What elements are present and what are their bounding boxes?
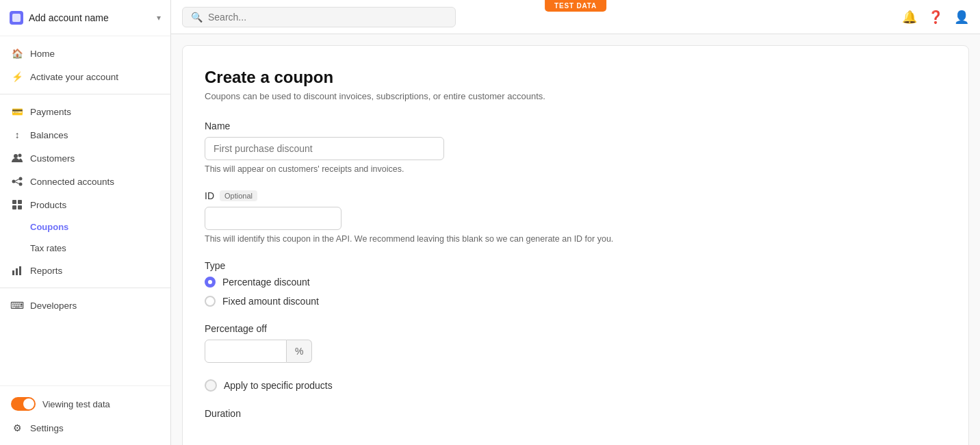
connected-accounts-icon <box>11 175 23 188</box>
svg-point-3 <box>12 180 16 183</box>
percentage-input-wrapper: % <box>205 340 946 363</box>
account-name: Add account name <box>29 12 151 23</box>
sidebar-item-settings-label: Settings <box>30 423 64 433</box>
svg-rect-11 <box>16 268 18 275</box>
sidebar-item-customers[interactable]: Customers <box>0 147 170 170</box>
products-icon <box>11 199 23 211</box>
sidebar-item-activate-label: Activate your account <box>30 72 118 82</box>
svg-rect-0 <box>12 14 21 22</box>
sidebar-item-coupons-label: Coupons <box>30 222 68 232</box>
home-icon: 🏠 <box>11 47 23 60</box>
apply-specific-label: Apply to specific products <box>224 380 333 391</box>
name-hint: This will appear on customers' receipts … <box>205 164 946 174</box>
search-icon: 🔍 <box>191 12 203 23</box>
activate-icon: ⚡ <box>11 71 23 83</box>
content: Create a coupon Coupons can be used to d… <box>171 34 980 445</box>
name-label: Name <box>205 120 946 131</box>
sidebar: Add account name ▾ 🏠 Home ⚡ Activate you… <box>0 0 171 445</box>
svg-rect-12 <box>19 266 21 275</box>
reports-icon <box>11 264 23 277</box>
sidebar-item-customers-label: Customers <box>30 153 75 164</box>
svg-rect-9 <box>18 205 22 209</box>
sidebar-item-products[interactable]: Products <box>0 193 170 216</box>
sidebar-item-tax-rates[interactable]: Tax rates <box>0 238 170 259</box>
sidebar-item-developers[interactable]: ⌨ Developers <box>0 294 170 317</box>
sidebar-item-balances-label: Balances <box>30 130 68 140</box>
type-radio-group: Percentage discount Fixed amount discoun… <box>205 277 946 307</box>
svg-rect-6 <box>12 200 16 204</box>
apply-specific-dot <box>205 379 217 392</box>
apply-specific-checkbox[interactable]: Apply to specific products <box>205 379 946 392</box>
radio-percentage[interactable]: Percentage discount <box>205 277 946 288</box>
type-label: Type <box>205 260 946 271</box>
svg-point-5 <box>19 183 23 186</box>
sidebar-item-reports[interactable]: Reports <box>0 259 170 282</box>
toggle-knob <box>23 398 34 409</box>
main: 🔍 🔔 ❓ 👤 TEST DATA Create a coupon Coupon… <box>171 0 980 445</box>
sidebar-item-developers-label: Developers <box>30 301 77 311</box>
radio-percentage-dot <box>205 277 216 288</box>
viewing-test-data[interactable]: Viewing test data <box>0 392 170 416</box>
svg-point-1 <box>14 154 18 158</box>
radio-percentage-label: Percentage discount <box>222 277 310 288</box>
sidebar-nav: 🏠 Home ⚡ Activate your account 💳 Payment… <box>0 36 170 385</box>
payments-icon: 💳 <box>11 105 23 118</box>
id-label: ID Optional <box>205 190 946 201</box>
apply-specific-section: Apply to specific products <box>205 379 946 392</box>
balances-icon: ↕ <box>11 129 23 141</box>
sidebar-item-payments-label: Payments <box>30 107 71 117</box>
sidebar-item-tax-rates-label: Tax rates <box>30 243 66 253</box>
svg-rect-10 <box>12 270 14 275</box>
topbar-actions: 🔔 ❓ 👤 <box>902 10 969 25</box>
svg-rect-7 <box>18 200 22 204</box>
test-data-toggle[interactable] <box>11 397 36 411</box>
search-wrapper[interactable]: 🔍 <box>182 7 456 27</box>
percentage-section: Percentage off % <box>205 323 946 363</box>
developers-icon: ⌨ <box>11 299 23 312</box>
page-title: Create a coupon <box>205 68 946 87</box>
sidebar-item-settings[interactable]: ⚙ Settings <box>0 416 170 440</box>
chevron-down-icon: ▾ <box>157 13 161 23</box>
sidebar-bottom: Viewing test data ⚙ Settings <box>0 385 170 445</box>
optional-badge: Optional <box>220 190 257 201</box>
test-data-banner: TEST DATA <box>545 0 606 12</box>
duration-label: Duration <box>205 408 946 419</box>
radio-fixed-dot <box>205 296 216 307</box>
radio-fixed-label: Fixed amount discount <box>222 296 319 307</box>
create-coupon-card: Create a coupon Coupons can be used to d… <box>182 45 969 445</box>
account-switcher[interactable]: Add account name ▾ <box>0 0 170 36</box>
percentage-input[interactable] <box>205 340 287 363</box>
sidebar-item-payments[interactable]: 💳 Payments <box>0 100 170 123</box>
svg-point-2 <box>18 154 22 157</box>
search-input[interactable] <box>208 12 447 23</box>
radio-fixed[interactable]: Fixed amount discount <box>205 296 946 307</box>
sidebar-item-activate[interactable]: ⚡ Activate your account <box>0 65 170 88</box>
customers-icon <box>11 152 23 164</box>
bell-icon[interactable]: 🔔 <box>902 10 917 25</box>
viewing-test-label: Viewing test data <box>42 399 110 409</box>
page-subtitle: Coupons can be used to discount invoices… <box>205 91 946 101</box>
id-hint: This will identify this coupon in the AP… <box>205 234 946 244</box>
account-icon <box>10 11 23 25</box>
sidebar-item-connected-accounts-label: Connected accounts <box>30 177 114 187</box>
sidebar-item-reports-label: Reports <box>30 266 62 276</box>
svg-rect-8 <box>12 205 16 209</box>
topbar-wrapper: 🔍 🔔 ❓ 👤 TEST DATA <box>171 0 980 34</box>
id-section: ID Optional This will identify this coup… <box>205 190 946 244</box>
sidebar-item-home-label: Home <box>30 49 55 59</box>
sidebar-item-home[interactable]: 🏠 Home <box>0 42 170 65</box>
percentage-label: Percentage off <box>205 323 946 334</box>
id-input[interactable] <box>205 207 341 230</box>
type-section: Type Percentage discount Fixed amount di… <box>205 260 946 307</box>
percentage-unit: % <box>287 340 312 363</box>
settings-icon: ⚙ <box>11 422 23 434</box>
user-icon[interactable]: 👤 <box>954 10 969 25</box>
sidebar-item-balances[interactable]: ↕ Balances <box>0 123 170 147</box>
sidebar-item-products-label: Products <box>30 200 66 210</box>
svg-point-4 <box>19 177 23 181</box>
name-section: Name This will appear on customers' rece… <box>205 120 946 174</box>
sidebar-item-connected-accounts[interactable]: Connected accounts <box>0 170 170 193</box>
sidebar-item-coupons[interactable]: Coupons <box>0 216 170 238</box>
name-input[interactable] <box>205 137 444 160</box>
help-icon[interactable]: ❓ <box>928 10 943 25</box>
